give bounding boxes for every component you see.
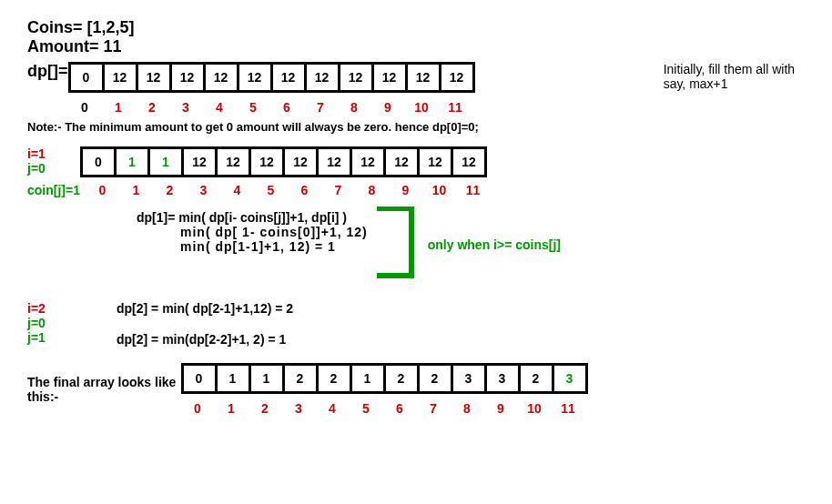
index-label: 7	[304, 100, 338, 115]
cell: 1	[251, 366, 285, 391]
cell: 2	[521, 366, 554, 391]
iter-j-0: j=0	[27, 161, 80, 176]
index-label: 5	[350, 401, 383, 416]
iter-i-2: i=2	[27, 301, 80, 316]
condition-label: only when i>= coins[j]	[428, 237, 561, 252]
cell: 0	[184, 366, 218, 391]
diagram-root: Coins= [1,2,5] Amount= 11 dp[]= 01212121…	[0, 0, 832, 438]
index-label: 11	[456, 183, 490, 197]
index-label: 7	[417, 401, 451, 416]
index-label: 5	[254, 183, 288, 197]
dp-array-final: 011221223323	[181, 363, 588, 394]
cell: 12	[184, 149, 218, 175]
cell: 2	[420, 366, 453, 391]
cell: 1	[352, 366, 386, 391]
cell: 12	[340, 65, 374, 90]
index-label: 10	[422, 183, 456, 197]
dp-label: dp[]=	[27, 62, 68, 81]
zero-note: Note:- The minimum amount to get 0 amoun…	[27, 120, 805, 134]
cell: 12	[218, 149, 251, 175]
index-label: 8	[355, 183, 389, 197]
cell: 12	[172, 65, 206, 90]
index-label: 5	[237, 100, 270, 115]
iter-i-1: i=1	[27, 146, 80, 161]
cell: 3	[453, 366, 487, 391]
cell: 0	[71, 65, 105, 90]
index-label: 1	[215, 401, 249, 416]
index-label: 7	[321, 183, 355, 197]
formula-1: dp[1]= min( dp[i- coins[j]]+1, dp[i] )	[137, 210, 368, 225]
cell: 0	[83, 149, 117, 175]
cell: 3	[487, 366, 521, 391]
index-label: 9	[371, 100, 405, 115]
cell: 12	[420, 149, 453, 175]
cell: 3	[554, 366, 585, 391]
index-label: 0	[68, 100, 102, 115]
cell: 12	[307, 65, 340, 90]
index-label: 2	[136, 100, 169, 115]
formula-2: min( dp[ 1- coins[0]]+1, 12)	[180, 225, 368, 239]
index-label: 3	[187, 183, 220, 197]
index-label: 11	[439, 100, 472, 115]
cell: 12	[453, 149, 484, 175]
cell: 12	[239, 65, 273, 90]
cell: 12	[273, 65, 307, 90]
index-label: 4	[203, 100, 237, 115]
cell: 12	[319, 149, 352, 175]
index-label: 10	[405, 100, 439, 115]
cell: 12	[285, 149, 319, 175]
cell: 12	[206, 65, 239, 90]
index-label: 0	[86, 183, 119, 197]
cell: 2	[319, 366, 352, 391]
dp-index-final: 01234567891011	[181, 401, 585, 416]
index-label: 1	[119, 183, 153, 197]
cell: 2	[386, 366, 420, 391]
index-label: 2	[249, 401, 282, 416]
index-label: 1	[102, 100, 136, 115]
index-label: 4	[220, 183, 254, 197]
formula-3: min( dp[1-1]+1, 12) = 1	[180, 239, 368, 254]
cell: 12	[408, 65, 441, 90]
index-label: 8	[338, 100, 371, 115]
amount-label: Amount= 11	[27, 37, 805, 56]
cell: 2	[285, 366, 319, 391]
cell: 12	[105, 65, 138, 90]
dp-index-initial: 01234567891011	[68, 100, 472, 115]
index-label: 9	[389, 183, 422, 197]
cell: 12	[386, 149, 420, 175]
index-label: 6	[288, 183, 321, 197]
cell: 1	[150, 149, 184, 175]
index-label: 3	[282, 401, 316, 416]
init-note: Initially, fill them all with say, max+1	[664, 62, 805, 91]
cell: 12	[138, 65, 172, 90]
index-label: 9	[484, 401, 518, 416]
index-label: 0	[181, 401, 215, 416]
recurrence-block: dp[1]= min( dp[i- coins[j]]+1, dp[i] ) m…	[137, 210, 805, 279]
coins-label: Coins= [1,2,5]	[27, 18, 805, 37]
iter2-j-0: j=0	[27, 316, 80, 330]
cell: 12	[374, 65, 408, 90]
coin-j-label: coin[j]=1	[13, 183, 86, 197]
final-label: The final array looks like this:-	[27, 375, 181, 404]
index-label: 8	[451, 401, 484, 416]
index-label: 6	[383, 401, 417, 416]
cell: 12	[352, 149, 386, 175]
index-label: 10	[518, 401, 552, 416]
index-label: 11	[552, 401, 585, 416]
index-label: 3	[169, 100, 203, 115]
dp-array-step1: 011121212121212121212	[80, 146, 487, 177]
index-label: 4	[316, 401, 350, 416]
cell: 1	[117, 149, 150, 175]
step2-formula-2: dp[2] = min(dp[2-2]+1, 2) = 1	[117, 332, 293, 347]
cell: 1	[218, 366, 251, 391]
dp-array-initial: 01212121212121212121212	[68, 62, 475, 93]
iter2-j-1: j=1	[27, 330, 80, 345]
index-label: 2	[153, 183, 187, 197]
index-label: 6	[270, 100, 304, 115]
cell: 12	[441, 65, 472, 90]
dp-index-step1: 01234567891011	[86, 183, 490, 197]
cell: 12	[251, 149, 285, 175]
bracket-icon	[375, 207, 421, 279]
step2-formula-1: dp[2] = min( dp[2-1]+1,12) = 2	[117, 301, 293, 316]
